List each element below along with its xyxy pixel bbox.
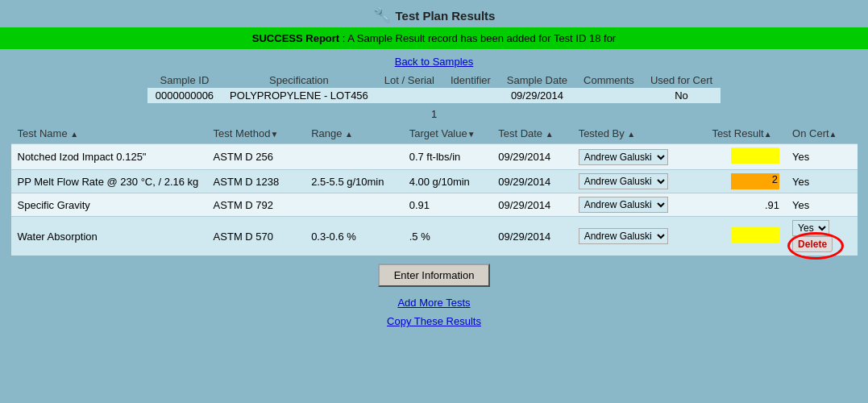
table-row: PP Melt Flow Rate @ 230 °C, / 2.16 kgAST… xyxy=(11,170,858,193)
test-result-sort-icon[interactable]: ▲ xyxy=(764,130,772,139)
th-range: Range ▲ xyxy=(305,123,403,144)
delete-wrapper: Delete xyxy=(792,236,833,252)
th-tested-by: Tested By ▲ xyxy=(572,123,706,144)
on-cert-sort-icon[interactable]: ▲ xyxy=(829,130,837,139)
th-test-name: Test Name ▲ xyxy=(11,123,207,144)
test-date-cell: 09/29/2014 xyxy=(492,217,571,256)
test-name-cell: Specific Gravity xyxy=(11,193,207,217)
range-cell xyxy=(305,193,403,217)
comments-header: Comments xyxy=(575,73,642,88)
target-sort-icon[interactable]: ▼ xyxy=(467,130,476,139)
banner-bold: SUCCESS Report xyxy=(252,32,339,44)
tested-by-select[interactable]: Andrew Galuski xyxy=(579,197,668,213)
range-cell: 2.5-5.5 g/10min xyxy=(305,170,403,193)
delete-button[interactable]: Delete xyxy=(792,236,833,252)
orange-result-indicator: 2 xyxy=(731,173,779,189)
table-row: Notched Izod Impact 0.125"ASTM D 2560.7 … xyxy=(11,144,858,170)
tested-by-select[interactable]: Andrew Galuski xyxy=(579,173,668,189)
th-target-value: Target Value▼ xyxy=(403,123,492,144)
used-for-cert-header: Used for Cert xyxy=(642,73,721,88)
lot-serial-value xyxy=(376,88,442,103)
tested-by-cell[interactable]: Andrew Galuski xyxy=(572,217,706,256)
target-value-cell: .5 % xyxy=(403,217,492,256)
test-method-cell: ASTM D 792 xyxy=(207,193,305,217)
target-value-cell: 4.00 g/10min xyxy=(403,170,492,193)
tested-by-cell[interactable]: Andrew Galuski xyxy=(572,144,706,170)
banner-normal: : A Sample Result record has been added … xyxy=(339,32,616,44)
specification-value: POLYPROPYLENE - LOT456 xyxy=(222,88,376,103)
yellow-result-indicator xyxy=(731,227,779,243)
test-name-cell: PP Melt Flow Rate @ 230 °C, / 2.16 kg xyxy=(11,170,207,193)
test-name-cell: Notched Izod Impact 0.125" xyxy=(11,144,207,170)
th-test-result: Test Result▲ xyxy=(705,123,786,144)
bottom-links: Add More Tests Copy These Results xyxy=(387,293,481,330)
identifier-header: Identifier xyxy=(442,73,499,88)
test-date-sort-icon[interactable]: ▲ xyxy=(546,130,554,139)
test-result-cell: 2 xyxy=(705,170,786,193)
section-number: 1 xyxy=(431,108,437,120)
tested-by-select[interactable]: Andrew Galuski xyxy=(579,149,668,165)
lot-serial-header: Lot / Serial xyxy=(376,73,442,88)
comments-value xyxy=(575,88,642,103)
test-method-cell: ASTM D 1238 xyxy=(207,170,305,193)
copy-these-results-link[interactable]: Copy These Results xyxy=(387,315,481,327)
tested-by-sort-icon[interactable]: ▲ xyxy=(627,130,635,139)
test-name-sort-icon[interactable]: ▲ xyxy=(70,130,78,139)
sample-info-table: Sample ID Specification Lot / Serial Ide… xyxy=(147,73,721,103)
yellow-result-indicator xyxy=(731,147,779,164)
tested-by-cell[interactable]: Andrew Galuski xyxy=(572,193,706,217)
range-cell: 0.3-0.6 % xyxy=(305,217,403,256)
wrench-icon: 🔧 xyxy=(373,6,391,24)
test-date-cell: 09/29/2014 xyxy=(492,144,571,170)
tested-by-cell[interactable]: Andrew Galuski xyxy=(572,170,706,193)
test-date-cell: 09/29/2014 xyxy=(492,170,571,193)
title-bar: 🔧 Test Plan Results xyxy=(373,0,496,27)
results-table: Test Name ▲ Test Method▼ Range ▲ Target … xyxy=(11,123,858,256)
test-method-cell: ASTM D 256 xyxy=(207,144,305,170)
test-date-cell: 09/29/2014 xyxy=(492,193,571,217)
range-sort-icon[interactable]: ▲ xyxy=(345,130,353,139)
sample-id-value: 0000000006 xyxy=(147,88,222,103)
target-value-cell: 0.7 ft-lbs/in xyxy=(403,144,492,170)
range-cell xyxy=(305,144,403,170)
target-value-cell: 0.91 xyxy=(403,193,492,217)
sample-date-value: 09/29/2014 xyxy=(499,88,575,103)
back-to-samples-link[interactable]: Back to Samples xyxy=(395,56,474,68)
tested-by-select[interactable]: Andrew Galuski xyxy=(579,228,668,244)
sample-id-header: Sample ID xyxy=(147,73,222,88)
test-result-cell: .91 xyxy=(705,193,786,217)
identifier-value xyxy=(442,88,499,103)
th-test-method: Test Method▼ xyxy=(207,123,305,144)
on-cert-cell[interactable]: Yes xyxy=(786,170,857,193)
test-method-sort-icon[interactable]: ▼ xyxy=(270,130,278,139)
sample-date-header: Sample Date xyxy=(499,73,575,88)
numeric-result: .91 xyxy=(731,199,779,211)
used-for-cert-value: No xyxy=(642,88,721,103)
th-test-date: Test Date ▲ xyxy=(492,123,571,144)
on-cert-cell[interactable]: Yes xyxy=(786,144,857,170)
table-row: Specific GravityASTM D 7920.9109/29/2014… xyxy=(11,193,858,217)
specification-header: Specification xyxy=(222,73,376,88)
on-cert-cell[interactable]: Yes xyxy=(786,193,857,217)
test-name-cell: Water Absorption xyxy=(11,217,207,256)
enter-information-button[interactable]: Enter Information xyxy=(378,264,491,287)
page-wrapper: 🔧 Test Plan Results SUCCESS Report : A S… xyxy=(0,0,868,403)
table-row: Water AbsorptionASTM D 5700.3-0.6 %.5 %0… xyxy=(11,217,858,256)
page-title: Test Plan Results xyxy=(396,9,496,23)
test-result-cell xyxy=(705,144,786,170)
th-on-cert: On Cert▲ xyxy=(786,123,857,144)
add-more-tests-link[interactable]: Add More Tests xyxy=(397,297,470,309)
success-banner: SUCCESS Report : A Sample Result record … xyxy=(0,27,868,49)
test-result-cell xyxy=(705,217,786,256)
on-cert-cell[interactable]: YesNoDelete xyxy=(786,217,857,256)
test-method-cell: ASTM D 570 xyxy=(207,217,305,256)
on-cert-select[interactable]: YesNo xyxy=(792,220,829,236)
